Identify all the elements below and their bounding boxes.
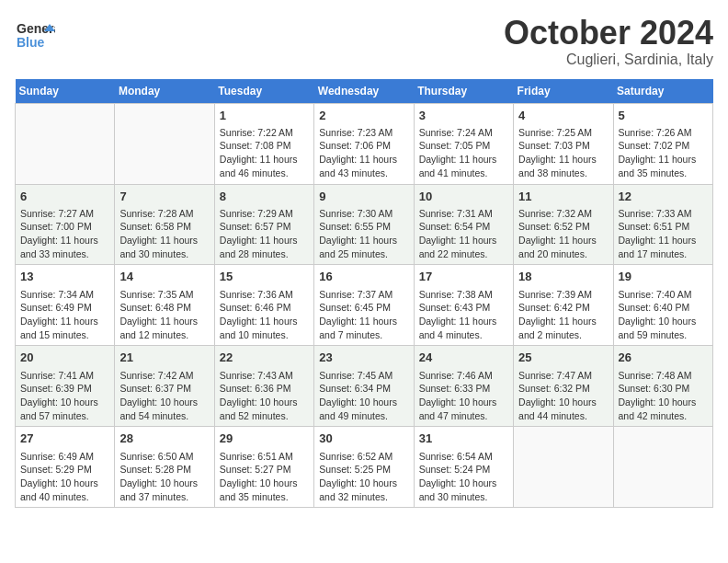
calendar-cell: 25Sunrise: 7:47 AM Sunset: 6:32 PM Dayli… — [514, 346, 613, 427]
calendar-week-row: 1Sunrise: 7:22 AM Sunset: 7:08 PM Daylig… — [16, 103, 713, 184]
day-number: 25 — [518, 350, 608, 366]
calendar-cell: 8Sunrise: 7:29 AM Sunset: 6:57 PM Daylig… — [214, 184, 313, 265]
cell-sun-info: Sunrise: 7:23 AM Sunset: 7:06 PM Dayligh… — [319, 126, 408, 180]
calendar-cell: 9Sunrise: 7:30 AM Sunset: 6:55 PM Daylig… — [314, 184, 414, 265]
cell-sun-info: Sunrise: 6:51 AM Sunset: 5:27 PM Dayligh… — [220, 450, 309, 504]
weekday-header-row: SundayMondayTuesdayWednesdayThursdayFrid… — [16, 79, 713, 104]
cell-sun-info: Sunrise: 7:39 AM Sunset: 6:42 PM Dayligh… — [518, 288, 608, 342]
day-number: 13 — [20, 269, 109, 285]
calendar-cell — [613, 427, 712, 508]
calendar-cell: 17Sunrise: 7:38 AM Sunset: 6:43 PM Dayli… — [414, 265, 513, 346]
day-number: 7 — [119, 189, 209, 205]
calendar-cell: 5Sunrise: 7:26 AM Sunset: 7:02 PM Daylig… — [613, 103, 712, 184]
cell-sun-info: Sunrise: 7:35 AM Sunset: 6:48 PM Dayligh… — [119, 288, 209, 342]
calendar-week-row: 13Sunrise: 7:34 AM Sunset: 6:49 PM Dayli… — [16, 265, 713, 346]
cell-sun-info: Sunrise: 7:31 AM Sunset: 6:54 PM Dayligh… — [419, 207, 508, 261]
day-number: 29 — [220, 431, 309, 447]
title-block: October 2024 Cuglieri, Sardinia, Italy — [504, 15, 713, 68]
cell-sun-info: Sunrise: 7:45 AM Sunset: 6:34 PM Dayligh… — [319, 369, 408, 423]
cell-sun-info: Sunrise: 6:52 AM Sunset: 5:25 PM Dayligh… — [319, 450, 408, 504]
cell-sun-info: Sunrise: 7:32 AM Sunset: 6:52 PM Dayligh… — [518, 207, 608, 261]
day-number: 24 — [419, 350, 508, 366]
location-title: Cuglieri, Sardinia, Italy — [504, 52, 713, 68]
day-number: 22 — [220, 350, 309, 366]
calendar-cell: 14Sunrise: 7:35 AM Sunset: 6:48 PM Dayli… — [115, 265, 214, 346]
cell-sun-info: Sunrise: 7:24 AM Sunset: 7:05 PM Dayligh… — [419, 126, 508, 180]
weekday-header: Sunday — [16, 79, 115, 104]
day-number: 19 — [619, 269, 708, 285]
day-number: 8 — [220, 189, 309, 205]
day-number: 4 — [518, 108, 608, 124]
day-number: 1 — [220, 108, 309, 124]
calendar-week-row: 27Sunrise: 6:49 AM Sunset: 5:29 PM Dayli… — [16, 427, 713, 508]
calendar-cell — [514, 427, 613, 508]
calendar-week-row: 20Sunrise: 7:41 AM Sunset: 6:39 PM Dayli… — [16, 346, 713, 427]
day-number: 2 — [319, 108, 408, 124]
cell-sun-info: Sunrise: 7:28 AM Sunset: 6:58 PM Dayligh… — [119, 207, 209, 261]
cell-sun-info: Sunrise: 7:25 AM Sunset: 7:03 PM Dayligh… — [518, 126, 608, 180]
cell-sun-info: Sunrise: 7:46 AM Sunset: 6:33 PM Dayligh… — [419, 369, 508, 423]
cell-sun-info: Sunrise: 7:27 AM Sunset: 7:00 PM Dayligh… — [20, 207, 109, 261]
calendar-cell: 16Sunrise: 7:37 AM Sunset: 6:45 PM Dayli… — [314, 265, 414, 346]
calendar-cell: 4Sunrise: 7:25 AM Sunset: 7:03 PM Daylig… — [514, 103, 613, 184]
logo: General Blue — [15, 15, 55, 55]
weekday-header: Monday — [115, 79, 214, 104]
month-title: October 2024 — [504, 15, 713, 52]
calendar-cell — [115, 103, 214, 184]
cell-sun-info: Sunrise: 7:42 AM Sunset: 6:37 PM Dayligh… — [119, 369, 209, 423]
calendar-cell: 23Sunrise: 7:45 AM Sunset: 6:34 PM Dayli… — [314, 346, 414, 427]
day-number: 3 — [419, 108, 508, 124]
day-number: 17 — [419, 269, 508, 285]
cell-sun-info: Sunrise: 7:43 AM Sunset: 6:36 PM Dayligh… — [220, 369, 309, 423]
day-number: 30 — [319, 431, 408, 447]
day-number: 28 — [119, 431, 209, 447]
calendar-cell: 12Sunrise: 7:33 AM Sunset: 6:51 PM Dayli… — [613, 184, 712, 265]
calendar-cell: 1Sunrise: 7:22 AM Sunset: 7:08 PM Daylig… — [214, 103, 313, 184]
cell-sun-info: Sunrise: 7:26 AM Sunset: 7:02 PM Dayligh… — [619, 126, 708, 180]
calendar-cell: 11Sunrise: 7:32 AM Sunset: 6:52 PM Dayli… — [514, 184, 613, 265]
weekday-header: Friday — [514, 79, 613, 104]
day-number: 27 — [20, 431, 109, 447]
svg-text:Blue: Blue — [17, 35, 45, 50]
calendar-cell: 7Sunrise: 7:28 AM Sunset: 6:58 PM Daylig… — [115, 184, 214, 265]
cell-sun-info: Sunrise: 7:38 AM Sunset: 6:43 PM Dayligh… — [419, 288, 508, 342]
page-header: General Blue October 2024 Cuglieri, Sard… — [15, 15, 713, 68]
day-number: 16 — [319, 269, 408, 285]
calendar-cell: 26Sunrise: 7:48 AM Sunset: 6:30 PM Dayli… — [613, 346, 712, 427]
cell-sun-info: Sunrise: 7:33 AM Sunset: 6:51 PM Dayligh… — [619, 207, 708, 261]
cell-sun-info: Sunrise: 7:41 AM Sunset: 6:39 PM Dayligh… — [20, 369, 109, 423]
calendar-cell: 27Sunrise: 6:49 AM Sunset: 5:29 PM Dayli… — [16, 427, 115, 508]
day-number: 9 — [319, 189, 408, 205]
calendar-cell: 2Sunrise: 7:23 AM Sunset: 7:06 PM Daylig… — [314, 103, 414, 184]
calendar-cell: 31Sunrise: 6:54 AM Sunset: 5:24 PM Dayli… — [414, 427, 513, 508]
cell-sun-info: Sunrise: 7:47 AM Sunset: 6:32 PM Dayligh… — [518, 369, 608, 423]
day-number: 11 — [518, 189, 608, 205]
calendar-cell: 30Sunrise: 6:52 AM Sunset: 5:25 PM Dayli… — [314, 427, 414, 508]
calendar-cell: 10Sunrise: 7:31 AM Sunset: 6:54 PM Dayli… — [414, 184, 513, 265]
calendar-cell: 19Sunrise: 7:40 AM Sunset: 6:40 PM Dayli… — [613, 265, 712, 346]
day-number: 18 — [518, 269, 608, 285]
day-number: 14 — [119, 269, 209, 285]
day-number: 21 — [119, 350, 209, 366]
day-number: 12 — [619, 189, 708, 205]
cell-sun-info: Sunrise: 7:36 AM Sunset: 6:46 PM Dayligh… — [220, 288, 309, 342]
day-number: 5 — [619, 108, 708, 124]
calendar-cell: 6Sunrise: 7:27 AM Sunset: 7:00 PM Daylig… — [16, 184, 115, 265]
calendar-cell: 21Sunrise: 7:42 AM Sunset: 6:37 PM Dayli… — [115, 346, 214, 427]
calendar-cell: 22Sunrise: 7:43 AM Sunset: 6:36 PM Dayli… — [214, 346, 313, 427]
cell-sun-info: Sunrise: 7:29 AM Sunset: 6:57 PM Dayligh… — [220, 207, 309, 261]
day-number: 26 — [619, 350, 708, 366]
weekday-header: Tuesday — [214, 79, 313, 104]
cell-sun-info: Sunrise: 7:22 AM Sunset: 7:08 PM Dayligh… — [220, 126, 309, 180]
calendar-cell — [16, 103, 115, 184]
calendar-cell: 3Sunrise: 7:24 AM Sunset: 7:05 PM Daylig… — [414, 103, 513, 184]
cell-sun-info: Sunrise: 7:30 AM Sunset: 6:55 PM Dayligh… — [319, 207, 408, 261]
cell-sun-info: Sunrise: 7:34 AM Sunset: 6:49 PM Dayligh… — [20, 288, 109, 342]
calendar-cell: 13Sunrise: 7:34 AM Sunset: 6:49 PM Dayli… — [16, 265, 115, 346]
cell-sun-info: Sunrise: 6:50 AM Sunset: 5:28 PM Dayligh… — [119, 450, 209, 504]
day-number: 10 — [419, 189, 508, 205]
calendar-week-row: 6Sunrise: 7:27 AM Sunset: 7:00 PM Daylig… — [16, 184, 713, 265]
day-number: 20 — [20, 350, 109, 366]
weekday-header: Wednesday — [314, 79, 414, 104]
cell-sun-info: Sunrise: 6:54 AM Sunset: 5:24 PM Dayligh… — [419, 450, 508, 504]
